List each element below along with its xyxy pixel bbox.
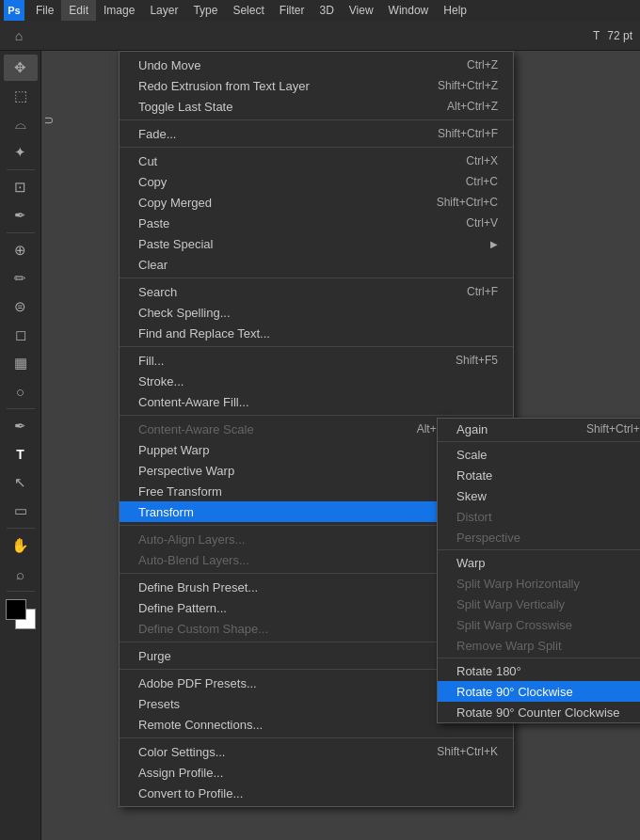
edit-check-spelling[interactable]: Check Spelling... [120, 302, 513, 323]
edit-copy-shortcut: Ctrl+C [466, 175, 498, 188]
edit-fade-shortcut: Shift+Ctrl+F [438, 127, 498, 140]
tool-clone[interactable]: ⊜ [4, 293, 38, 320]
menu-select[interactable]: Select [225, 0, 271, 21]
menu-view[interactable]: View [342, 0, 381, 21]
transform-rotate-180-label: Rotate 180° [456, 664, 521, 678]
tool-eraser[interactable]: ◻ [4, 322, 38, 348]
transform-rotate-90-ccw[interactable]: Rotate 90° Counter Clockwise [438, 702, 640, 722]
edit-menu-section-search: Search Ctrl+F Check Spelling... Find and… [120, 278, 513, 347]
edit-presets-label: Presets [138, 697, 180, 711]
edit-clear[interactable]: Clear [120, 254, 513, 275]
edit-content-aware-fill[interactable]: Content-Aware Fill... [120, 391, 513, 412]
edit-paste-special[interactable]: Paste Special ▶ [120, 233, 513, 254]
tool-magic-wand[interactable]: ✦ [4, 139, 38, 166]
edit-toggle-last-state[interactable]: Toggle Last State Alt+Ctrl+Z [120, 96, 513, 117]
edit-undo-move[interactable]: Undo Move Ctrl+Z [120, 55, 513, 75]
menu-image[interactable]: Image [96, 0, 142, 21]
edit-clear-label: Clear [138, 258, 168, 272]
tool-hand[interactable]: ✋ [4, 532, 38, 559]
edit-menu-section-fill: Fill... Shift+F5 Stroke... Content-Aware… [120, 347, 513, 416]
menu-filter[interactable]: Filter [272, 0, 312, 21]
tool-divider-2 [7, 232, 35, 233]
edit-menu-section-copy: Cut Ctrl+X Copy Ctrl+C Copy Merged Shift… [120, 148, 513, 278]
font-size-label: T [593, 29, 600, 42]
tool-move[interactable]: ✥ [4, 55, 38, 81]
transform-rotate-180[interactable]: Rotate 180° [438, 660, 640, 681]
transform-distort[interactable]: Distort [438, 506, 640, 527]
tool-type[interactable]: T [4, 441, 38, 468]
edit-fill[interactable]: Fill... Shift+F5 [120, 350, 513, 371]
transform-skew-label: Skew [456, 489, 487, 503]
tool-zoom[interactable]: ⌕ [4, 561, 38, 587]
transform-split-cross[interactable]: Split Warp Crosswise [438, 614, 640, 635]
edit-copy[interactable]: Copy Ctrl+C [120, 171, 513, 192]
tool-pen[interactable]: ✒ [4, 413, 38, 439]
color-swatches[interactable] [6, 599, 36, 629]
transform-scale[interactable]: Scale [438, 444, 640, 465]
left-toolbar: ✥ ⬚ ⌓ ✦ ⊡ ✒ ⊕ ✏ ⊜ ◻ ▦ ○ ✒ T ↖ ▭ ✋ ⌕ [0, 51, 41, 840]
menu-layer[interactable]: Layer [142, 0, 185, 21]
transform-split-vert[interactable]: Split Warp Vertically [438, 594, 640, 614]
transform-again[interactable]: Again Shift+Ctrl+T [438, 419, 640, 439]
tool-marquee[interactable]: ⬚ [4, 83, 38, 109]
tool-shape[interactable]: ▭ [4, 498, 38, 524]
edit-redo-extrusion[interactable]: Redo Extrusion from Text Layer Shift+Ctr… [120, 75, 513, 96]
menu-3d[interactable]: 3D [312, 0, 341, 21]
menu-file[interactable]: File [28, 0, 61, 21]
edit-convert-to-profile[interactable]: Convert to Profile... [120, 783, 513, 803]
edit-find-replace-label: Find and Replace Text... [138, 326, 270, 341]
tool-divider-1 [7, 169, 35, 170]
foreground-color-swatch[interactable] [6, 599, 26, 620]
tool-healing[interactable]: ⊕ [4, 237, 38, 263]
edit-stroke[interactable]: Stroke... [120, 371, 513, 391]
edit-fade[interactable]: Fade... Shift+Ctrl+F [120, 123, 513, 144]
menu-type[interactable]: Type [185, 0, 225, 21]
tool-eyedropper[interactable]: ✒ [4, 202, 38, 229]
transform-rotate[interactable]: Rotate [438, 465, 640, 485]
edit-paste[interactable]: Paste Ctrl+V [120, 213, 513, 233]
edit-perspective-warp-label: Perspective Warp [138, 464, 234, 478]
edit-color-settings-label: Color Settings... [138, 745, 226, 759]
transform-skew[interactable]: Skew [438, 485, 640, 506]
home-icon[interactable]: ⌂ [8, 24, 30, 47]
edit-assign-profile-label: Assign Profile... [138, 766, 223, 780]
edit-redo-extrusion-label: Redo Extrusion from Text Layer [138, 79, 310, 93]
edit-find-replace[interactable]: Find and Replace Text... [120, 323, 513, 343]
edit-remote-connections-label: Remote Connections... [138, 718, 263, 732]
tool-crop[interactable]: ⊡ [4, 174, 38, 200]
transform-rotate-90-cw[interactable]: Rotate 90° Clockwise [438, 681, 640, 702]
edit-copy-label: Copy [138, 175, 167, 189]
edit-free-transform-label: Free Transform [138, 484, 222, 499]
tool-divider-5 [7, 591, 35, 592]
tool-path-select[interactable]: ↖ [4, 469, 38, 496]
transform-perspective-label: Perspective [456, 531, 520, 545]
menu-window[interactable]: Window [381, 0, 437, 21]
tool-brush[interactable]: ✏ [4, 265, 38, 292]
transform-again-shortcut: Shift+Ctrl+T [586, 422, 640, 436]
submenu-divider-3 [438, 658, 640, 658]
tool-gradient[interactable]: ▦ [4, 350, 38, 376]
edit-assign-profile[interactable]: Assign Profile... [120, 762, 513, 783]
tool-dodge[interactable]: ○ [4, 378, 38, 404]
transform-perspective[interactable]: Perspective [438, 527, 640, 547]
edit-convert-to-profile-label: Convert to Profile... [138, 786, 243, 800]
edit-color-settings[interactable]: Color Settings... Shift+Ctrl+K [120, 741, 513, 762]
paste-special-arrow-icon: ▶ [490, 239, 498, 249]
app-logo: Ps [4, 0, 24, 21]
edit-purge-label: Purge [138, 649, 171, 663]
transform-distort-label: Distort [456, 510, 492, 524]
transform-remove-warp-split[interactable]: Remove Warp Split [438, 635, 640, 656]
edit-paste-special-label: Paste Special [138, 237, 214, 251]
transform-split-horiz[interactable]: Split Warp Horizontally [438, 573, 640, 594]
edit-cut[interactable]: Cut Ctrl+X [120, 151, 513, 171]
edit-search[interactable]: Search Ctrl+F [120, 281, 513, 302]
menu-bar: Ps File Edit Image Layer Type Select Fil… [0, 0, 640, 21]
edit-copy-merged-label: Copy Merged [138, 196, 212, 210]
menu-help[interactable]: Help [436, 0, 474, 21]
transform-warp[interactable]: Warp [438, 552, 640, 573]
edit-copy-merged[interactable]: Copy Merged Shift+Ctrl+C [120, 192, 513, 213]
edit-undo-move-label: Undo Move [138, 58, 200, 72]
menu-edit[interactable]: Edit [61, 0, 96, 21]
tool-lasso[interactable]: ⌓ [4, 111, 38, 137]
font-size-value: 72 pt [607, 29, 632, 42]
